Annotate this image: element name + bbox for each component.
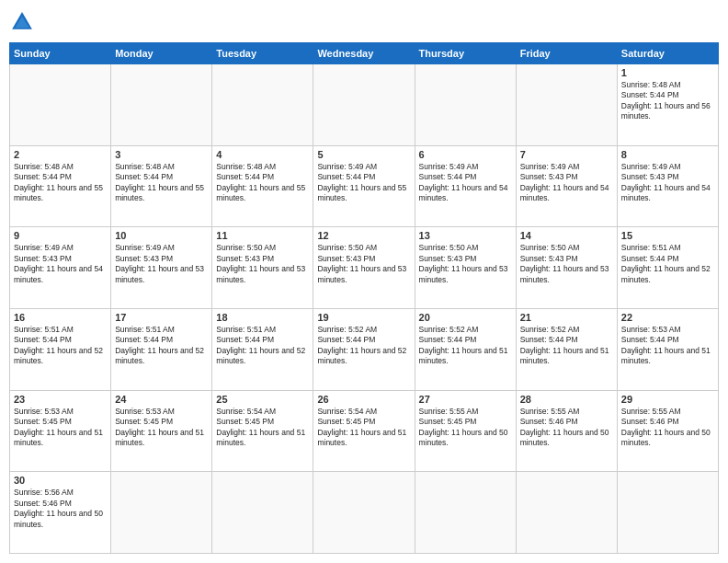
day-info: Sunrise: 5:49 AMSunset: 5:43 PMDaylight:… <box>115 243 208 285</box>
calendar-cell: 9Sunrise: 5:49 AMSunset: 5:43 PMDaylight… <box>10 227 111 309</box>
day-number: 15 <box>621 230 714 241</box>
calendar-cell: 10Sunrise: 5:49 AMSunset: 5:43 PMDayligh… <box>111 227 212 309</box>
weekday-header-row: SundayMondayTuesdayWednesdayThursdayFrid… <box>10 43 719 64</box>
calendar-cell <box>10 64 111 146</box>
day-number: 17 <box>115 312 208 323</box>
calendar-cell <box>617 472 718 554</box>
day-info: Sunrise: 5:54 AMSunset: 5:45 PMDaylight:… <box>216 407 309 449</box>
day-info: Sunrise: 5:50 AMSunset: 5:43 PMDaylight:… <box>216 243 309 285</box>
calendar-cell <box>415 64 516 146</box>
weekday-header-tuesday: Tuesday <box>212 43 313 64</box>
calendar-cell: 1Sunrise: 5:48 AMSunset: 5:44 PMDaylight… <box>617 64 718 146</box>
header <box>9 9 719 35</box>
calendar-cell: 5Sunrise: 5:49 AMSunset: 5:44 PMDaylight… <box>313 145 415 227</box>
day-number: 2 <box>14 149 107 160</box>
logo <box>9 9 39 35</box>
calendar-cell: 2Sunrise: 5:48 AMSunset: 5:44 PMDaylight… <box>10 145 111 227</box>
day-info: Sunrise: 5:55 AMSunset: 5:46 PMDaylight:… <box>621 407 714 449</box>
day-info: Sunrise: 5:55 AMSunset: 5:45 PMDaylight:… <box>419 407 512 449</box>
calendar-cell: 13Sunrise: 5:50 AMSunset: 5:43 PMDayligh… <box>415 227 516 309</box>
day-info: Sunrise: 5:54 AMSunset: 5:45 PMDaylight:… <box>317 407 410 449</box>
calendar-cell <box>313 472 415 554</box>
calendar-cell: 11Sunrise: 5:50 AMSunset: 5:43 PMDayligh… <box>212 227 313 309</box>
day-number: 19 <box>317 312 410 323</box>
day-number: 5 <box>317 149 410 160</box>
day-number: 27 <box>419 394 512 405</box>
calendar-cell: 19Sunrise: 5:52 AMSunset: 5:44 PMDayligh… <box>313 308 415 390</box>
weekday-header-friday: Friday <box>516 43 617 64</box>
day-info: Sunrise: 5:55 AMSunset: 5:46 PMDaylight:… <box>520 407 613 449</box>
day-number: 16 <box>14 312 107 323</box>
day-info: Sunrise: 5:49 AMSunset: 5:43 PMDaylight:… <box>621 162 714 204</box>
day-info: Sunrise: 5:52 AMSunset: 5:44 PMDaylight:… <box>317 325 410 367</box>
calendar-cell <box>212 64 313 146</box>
calendar-cell: 27Sunrise: 5:55 AMSunset: 5:45 PMDayligh… <box>415 390 516 472</box>
calendar-cell <box>212 472 313 554</box>
day-number: 10 <box>115 230 208 241</box>
calendar-cell: 18Sunrise: 5:51 AMSunset: 5:44 PMDayligh… <box>212 308 313 390</box>
day-number: 26 <box>317 394 410 405</box>
day-info: Sunrise: 5:50 AMSunset: 5:43 PMDaylight:… <box>520 243 613 285</box>
day-info: Sunrise: 5:49 AMSunset: 5:44 PMDaylight:… <box>419 162 512 204</box>
day-number: 6 <box>419 149 512 160</box>
day-info: Sunrise: 5:48 AMSunset: 5:44 PMDaylight:… <box>14 162 107 204</box>
calendar-table: SundayMondayTuesdayWednesdayThursdayFrid… <box>9 42 719 554</box>
day-number: 3 <box>115 149 208 160</box>
calendar-week-row: 16Sunrise: 5:51 AMSunset: 5:44 PMDayligh… <box>10 308 719 390</box>
day-number: 12 <box>317 230 410 241</box>
weekday-header-thursday: Thursday <box>415 43 516 64</box>
day-number: 18 <box>216 312 309 323</box>
calendar-cell: 25Sunrise: 5:54 AMSunset: 5:45 PMDayligh… <box>212 390 313 472</box>
day-number: 23 <box>14 394 107 405</box>
calendar-cell: 6Sunrise: 5:49 AMSunset: 5:44 PMDaylight… <box>415 145 516 227</box>
day-info: Sunrise: 5:51 AMSunset: 5:44 PMDaylight:… <box>115 325 208 367</box>
day-number: 4 <box>216 149 309 160</box>
calendar-cell: 30Sunrise: 5:56 AMSunset: 5:46 PMDayligh… <box>10 472 111 554</box>
day-info: Sunrise: 5:53 AMSunset: 5:45 PMDaylight:… <box>115 407 208 449</box>
day-info: Sunrise: 5:52 AMSunset: 5:44 PMDaylight:… <box>520 325 613 367</box>
day-number: 25 <box>216 394 309 405</box>
calendar-cell: 12Sunrise: 5:50 AMSunset: 5:43 PMDayligh… <box>313 227 415 309</box>
day-info: Sunrise: 5:53 AMSunset: 5:45 PMDaylight:… <box>14 407 107 449</box>
calendar-week-row: 30Sunrise: 5:56 AMSunset: 5:46 PMDayligh… <box>10 472 719 554</box>
day-number: 1 <box>621 67 714 78</box>
calendar-cell: 21Sunrise: 5:52 AMSunset: 5:44 PMDayligh… <box>516 308 617 390</box>
calendar-cell: 3Sunrise: 5:48 AMSunset: 5:44 PMDaylight… <box>111 145 212 227</box>
day-number: 30 <box>14 475 107 486</box>
calendar-cell: 28Sunrise: 5:55 AMSunset: 5:46 PMDayligh… <box>516 390 617 472</box>
day-info: Sunrise: 5:48 AMSunset: 5:44 PMDaylight:… <box>115 162 208 204</box>
day-number: 28 <box>520 394 613 405</box>
day-info: Sunrise: 5:52 AMSunset: 5:44 PMDaylight:… <box>419 325 512 367</box>
calendar-cell: 15Sunrise: 5:51 AMSunset: 5:44 PMDayligh… <box>617 227 718 309</box>
page: SundayMondayTuesdayWednesdayThursdayFrid… <box>0 0 728 563</box>
calendar-cell: 23Sunrise: 5:53 AMSunset: 5:45 PMDayligh… <box>10 390 111 472</box>
day-number: 11 <box>216 230 309 241</box>
day-info: Sunrise: 5:50 AMSunset: 5:43 PMDaylight:… <box>317 243 410 285</box>
weekday-header-monday: Monday <box>111 43 212 64</box>
day-info: Sunrise: 5:49 AMSunset: 5:43 PMDaylight:… <box>14 243 107 285</box>
day-number: 7 <box>520 149 613 160</box>
day-number: 24 <box>115 394 208 405</box>
calendar-cell: 20Sunrise: 5:52 AMSunset: 5:44 PMDayligh… <box>415 308 516 390</box>
calendar-cell <box>111 64 212 146</box>
calendar-cell: 4Sunrise: 5:48 AMSunset: 5:44 PMDaylight… <box>212 145 313 227</box>
weekday-header-saturday: Saturday <box>617 43 718 64</box>
day-number: 20 <box>419 312 512 323</box>
calendar-week-row: 2Sunrise: 5:48 AMSunset: 5:44 PMDaylight… <box>10 145 719 227</box>
day-info: Sunrise: 5:49 AMSunset: 5:43 PMDaylight:… <box>520 162 613 204</box>
weekday-header-wednesday: Wednesday <box>313 43 415 64</box>
calendar-cell: 8Sunrise: 5:49 AMSunset: 5:43 PMDaylight… <box>617 145 718 227</box>
day-info: Sunrise: 5:51 AMSunset: 5:44 PMDaylight:… <box>216 325 309 367</box>
calendar-week-row: 1Sunrise: 5:48 AMSunset: 5:44 PMDaylight… <box>10 64 719 146</box>
logo-icon <box>9 9 35 35</box>
calendar-cell: 26Sunrise: 5:54 AMSunset: 5:45 PMDayligh… <box>313 390 415 472</box>
day-number: 21 <box>520 312 613 323</box>
calendar-cell <box>516 64 617 146</box>
day-number: 14 <box>520 230 613 241</box>
day-info: Sunrise: 5:56 AMSunset: 5:46 PMDaylight:… <box>14 488 107 530</box>
day-number: 13 <box>419 230 512 241</box>
calendar-cell <box>415 472 516 554</box>
day-info: Sunrise: 5:53 AMSunset: 5:44 PMDaylight:… <box>621 325 714 367</box>
day-info: Sunrise: 5:51 AMSunset: 5:44 PMDaylight:… <box>14 325 107 367</box>
day-info: Sunrise: 5:48 AMSunset: 5:44 PMDaylight:… <box>216 162 309 204</box>
